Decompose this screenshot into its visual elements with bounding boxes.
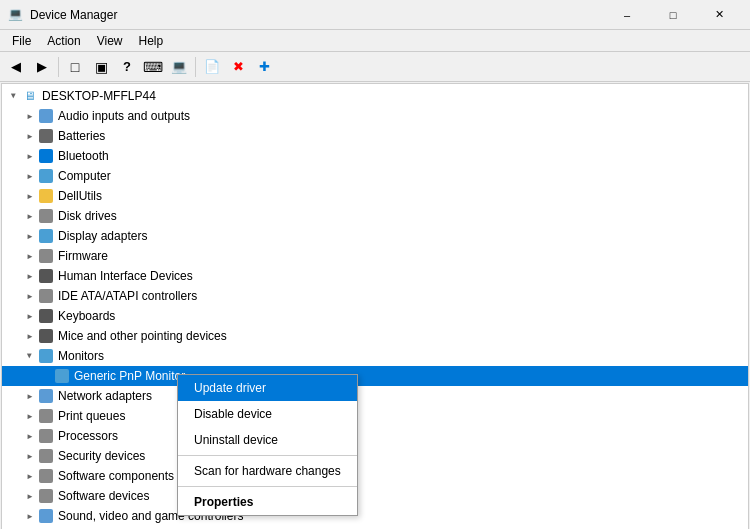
tree-item-icon bbox=[38, 128, 54, 144]
tree-item[interactable]: ►Keyboards bbox=[2, 306, 748, 326]
tree-chevron: ► bbox=[22, 308, 38, 324]
root-chevron: ► bbox=[6, 88, 22, 104]
toolbar-display[interactable]: 💻 bbox=[167, 55, 191, 79]
svg-rect-3 bbox=[39, 169, 53, 183]
tree-root[interactable]: ► 🖥 DESKTOP-MFFLP44 bbox=[2, 86, 748, 106]
svg-rect-5 bbox=[39, 209, 53, 223]
toolbar-forward[interactable]: ▶ bbox=[30, 55, 54, 79]
ctx-menu-item[interactable]: Scan for hardware changes bbox=[178, 458, 357, 484]
menu-view[interactable]: View bbox=[89, 32, 131, 50]
window-controls: – □ ✕ bbox=[604, 0, 742, 30]
menu-help[interactable]: Help bbox=[131, 32, 172, 50]
ctx-separator bbox=[178, 486, 357, 487]
tree-item[interactable]: ►Monitors bbox=[2, 346, 748, 366]
tree-item-label: Disk drives bbox=[58, 209, 117, 223]
tree-chevron: ► bbox=[22, 128, 38, 144]
ctx-menu-item[interactable]: Uninstall device bbox=[178, 427, 357, 453]
toolbar-help[interactable]: ? bbox=[115, 55, 139, 79]
tree-item-icon bbox=[38, 248, 54, 264]
tree-chevron: ► bbox=[22, 228, 38, 244]
toolbar-refresh[interactable]: ✚ bbox=[252, 55, 276, 79]
tree-item[interactable]: ►Computer bbox=[2, 166, 748, 186]
tree-chevron: ► bbox=[22, 508, 38, 524]
ctx-menu-item[interactable]: Update driver bbox=[178, 375, 357, 401]
tree-item-icon bbox=[38, 228, 54, 244]
tree-item[interactable]: Generic PnP Monitor bbox=[2, 366, 748, 386]
tree-chevron: ► bbox=[22, 468, 38, 484]
toolbar-add[interactable]: 📄 bbox=[200, 55, 224, 79]
tree-item[interactable]: ►Batteries bbox=[2, 126, 748, 146]
svg-rect-16 bbox=[39, 429, 53, 443]
tree-item-icon bbox=[54, 368, 70, 384]
close-button[interactable]: ✕ bbox=[696, 0, 742, 30]
toolbar-update[interactable]: ▣ bbox=[89, 55, 113, 79]
tree-item-label: Human Interface Devices bbox=[58, 269, 193, 283]
tree-item-icon bbox=[38, 448, 54, 464]
tree-item-label: Audio inputs and outputs bbox=[58, 109, 190, 123]
toolbar-sep-1 bbox=[58, 57, 59, 77]
tree-item-label: Print queues bbox=[58, 409, 125, 423]
tree-item-label: Batteries bbox=[58, 129, 105, 143]
tree-chevron: ► bbox=[22, 408, 38, 424]
tree-item-label: Network adapters bbox=[58, 389, 152, 403]
tree-item[interactable]: ►Software components bbox=[2, 466, 748, 486]
tree-item-icon bbox=[38, 308, 54, 324]
tree-item[interactable]: ►Mice and other pointing devices bbox=[2, 326, 748, 346]
svg-rect-0 bbox=[39, 109, 53, 123]
svg-rect-6 bbox=[39, 229, 53, 243]
tree-item[interactable]: ►Sound, video and game controllers bbox=[2, 506, 748, 526]
tree-item[interactable]: ►Print queues bbox=[2, 406, 748, 426]
tree-chevron: ► bbox=[22, 328, 38, 344]
toolbar-scan[interactable]: ⌨ bbox=[141, 55, 165, 79]
svg-rect-13 bbox=[55, 369, 69, 383]
tree-item[interactable]: ►Human Interface Devices bbox=[2, 266, 748, 286]
tree-item-icon bbox=[38, 328, 54, 344]
tree-chevron: ► bbox=[22, 388, 38, 404]
maximize-button[interactable]: □ bbox=[650, 0, 696, 30]
tree-item[interactable]: ►Firmware bbox=[2, 246, 748, 266]
tree-item[interactable]: ►Display adapters bbox=[2, 226, 748, 246]
tree-item-label: Generic PnP Monitor bbox=[74, 369, 185, 383]
tree-item[interactable]: ►Security devices bbox=[2, 446, 748, 466]
minimize-button[interactable]: – bbox=[604, 0, 650, 30]
tree-item-label: Processors bbox=[58, 429, 118, 443]
svg-rect-17 bbox=[39, 449, 53, 463]
tree-item-icon bbox=[38, 488, 54, 504]
svg-rect-15 bbox=[39, 409, 53, 423]
svg-rect-4 bbox=[39, 189, 53, 203]
toolbar-back[interactable]: ◀ bbox=[4, 55, 28, 79]
tree-item-icon bbox=[38, 408, 54, 424]
tree-item[interactable]: ►IDE ATA/ATAPI controllers bbox=[2, 286, 748, 306]
tree-item-icon bbox=[38, 348, 54, 364]
tree-item-label: DellUtils bbox=[58, 189, 102, 203]
tree-chevron: ► bbox=[22, 348, 38, 364]
tree-chevron: ► bbox=[22, 188, 38, 204]
tree-item[interactable]: ►Audio inputs and outputs bbox=[2, 106, 748, 126]
ctx-menu-item[interactable]: Disable device bbox=[178, 401, 357, 427]
tree-item-icon bbox=[38, 288, 54, 304]
tree-chevron: ► bbox=[22, 288, 38, 304]
app-icon: 💻 bbox=[8, 7, 24, 23]
tree-item-label: Keyboards bbox=[58, 309, 115, 323]
tree-chevron: ► bbox=[22, 108, 38, 124]
tree-item[interactable]: ►Processors bbox=[2, 426, 748, 446]
title-bar: 💻 Device Manager – □ ✕ bbox=[0, 0, 750, 30]
tree-item-label: Display adapters bbox=[58, 229, 147, 243]
device-tree[interactable]: ► 🖥 DESKTOP-MFFLP44 ►Audio inputs and ou… bbox=[2, 84, 748, 529]
tree-item[interactable]: ►DellUtils bbox=[2, 186, 748, 206]
svg-rect-7 bbox=[39, 249, 53, 263]
menu-file[interactable]: File bbox=[4, 32, 39, 50]
ctx-menu-item[interactable]: Properties bbox=[178, 489, 357, 515]
title-bar-text: Device Manager bbox=[30, 8, 604, 22]
tree-item[interactable]: ►Disk drives bbox=[2, 206, 748, 226]
tree-item[interactable]: ►Software devices bbox=[2, 486, 748, 506]
toolbar-properties[interactable]: □ bbox=[63, 55, 87, 79]
root-icon: 🖥 bbox=[22, 88, 38, 104]
tree-item[interactable]: ►Network adapters bbox=[2, 386, 748, 406]
tree-item[interactable]: ►Bluetooth bbox=[2, 146, 748, 166]
svg-rect-9 bbox=[39, 289, 53, 303]
tree-item-icon bbox=[38, 428, 54, 444]
menu-action[interactable]: Action bbox=[39, 32, 88, 50]
toolbar: ◀ ▶ □ ▣ ? ⌨ 💻 📄 ✖ ✚ bbox=[0, 52, 750, 82]
toolbar-remove[interactable]: ✖ bbox=[226, 55, 250, 79]
